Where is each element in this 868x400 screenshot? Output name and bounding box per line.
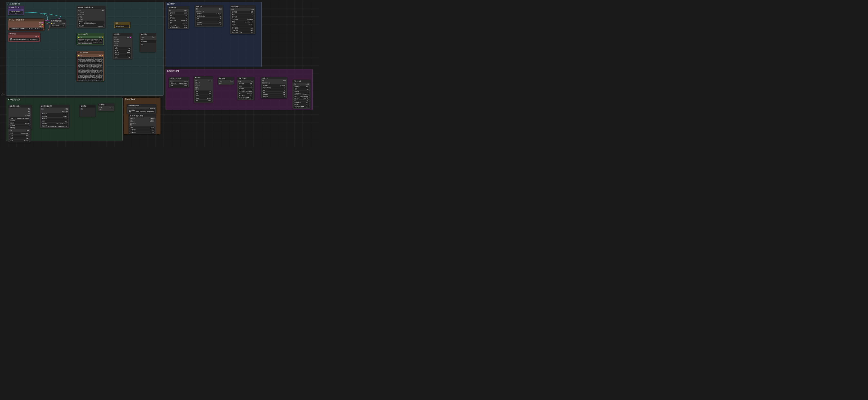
node-clip-negative[interactable]: CLIP文本编码器 CLIP条件 nsfw,(blurred),Painting… [76,51,104,81]
node-title: DW姿态预处理器 [40,105,69,108]
node-title: VAE解码 [218,77,234,80]
group-title: ControlNet [125,98,135,100]
node-animatediff-loader[interactable]: AnimateDiff加载器Gen1 模型模型 上下文设置 动态LoRA AD设… [77,6,105,28]
node-vae-loader[interactable]: VAE加载器 VAE vae名称vaeFtMse840000EmaPruned_… [8,32,40,42]
node-image-scale[interactable]: 图像缩放 图像图像 算法nearest-exact 宽度512 高度768 裁剪… [8,126,31,142]
beta-widget[interactable]: 通道显示autoselect [78,25,104,27]
node-dw-pose[interactable]: DW姿态预处理器 图像图像 姿态关键点 检测手部enable 检测身体enabl… [40,104,69,128]
control-widget[interactable]: ◀fixed▶ [9,13,23,14]
node-note[interactable]: 注释 114000450005000 [114,22,130,28]
node-ksampler-1[interactable]: K采样器 模型Latent 正面条件 负面条件 Latent 随机种 步数26 … [113,33,132,59]
node-latent-upscale[interactable]: Latent按系数缩放 LatentLatent 缩放方法nearest-exa… [168,77,189,88]
node-title: VAE解码 [140,33,156,36]
group-title: Pose姿态检测 [7,98,21,101]
node-ksampler-2[interactable]: K采样器 模型Latent 正面条件 负面条件 Latent 随机种 步数20 … [193,76,213,103]
node-title: Latent按系数缩放 [169,77,189,80]
node-title: 合并为视频 [168,6,189,9]
node-title: CLIP设置停止层 [50,20,66,23]
prompt-text[interactable]: (masterpiece, realistic,best quality),(r… [78,38,103,44]
node-vae-decode-1[interactable]: VAE解码 Latent图像 VAE [140,33,156,41]
node-title: VAE编码 [98,103,114,106]
node-title: K采样器 [194,76,213,79]
node-title: CLIP文本编码器 [76,33,104,36]
node-title: AnimateDiff加载器Gen1 [77,6,105,9]
node-title: Checkpoint加载器(简易) [8,19,44,22]
node-title: CLIP文本编码器 [76,51,104,54]
neg-prompt-text[interactable]: nsfw,(blurred),Paintings,sketches,red li… [78,57,103,81]
node-title: 加载视频（路径） [8,105,31,108]
node-title: 注释 [114,22,130,25]
node-title: ControlNet加载器 [127,104,156,107]
node-title: K采样器 [113,33,132,36]
node-video-combine-4[interactable]: 合并为视频 图像文件名 循环管理帧率 帧率25 循环次数0 文件名前缀Anima… [292,80,311,109]
node-title: 预览图像 [80,105,95,108]
node-rife-1[interactable]: RIFE VFI 图像图像 视频帧数(可选) ckpt名称rife47.pth … [194,5,223,27]
node-title: RIFE VFI [195,5,223,7]
node-video-combine-2[interactable]: 合并为视频 图像文件名 循环管理帧率 帧率20 循环次数0 文件名前缀Anima… [230,5,255,34]
group-title: 超分辨率视频 [167,70,179,72]
vae-widget[interactable]: vae名称vaeFtMse840000EmaPruned_vae.safeten… [9,38,39,41]
canvas-stats: T 7s GPU 3% FPS 60 [1,93,5,97]
node-graph-canvas[interactable]: 文生视频常规 合并视频 Pose姿态检测 ControlNet 超分辨率视频 P… [0,0,319,147]
node-title: ControlNet应用(高级) [129,114,156,118]
node-clip-skip[interactable]: CLIP设置停止层 CLIPCLIP 停止在CLIP层-2 [50,20,66,28]
node-title: Primitive元节点 [8,6,24,9]
stop-widget[interactable]: 停止在CLIP层-2 [51,25,65,27]
node-preview-2[interactable]: 预览图像 图像 [79,104,96,117]
group-title: 文生视频常规 [7,2,20,5]
ckpt-widget[interactable]: Checkpoint名称SD1.5/majicmixRealistic_v7.s… [9,28,43,30]
value-widget[interactable]: ◀828008143455554▶ [9,11,23,13]
node-video-combine-3[interactable]: 合并为视频 图像文件名 循环管理帧率 帧率10 循环次数0 文件名前缀Anima… [237,77,254,100]
node-title: 合并为视频 [237,77,254,80]
node-title: 预览图像 [140,40,156,43]
node-title: 合并为视频 [292,80,310,83]
node-checkpoint-loader[interactable]: Checkpoint加载器(简易) 模型 CLIP VAE Checkpoint… [8,19,44,31]
node-clip-positive[interactable]: CLIP文本编码器 CLIP条件 (masterpiece, realistic… [76,33,104,45]
node-title: 图像缩放 [8,126,30,129]
group-title: 合并视频 [167,2,175,5]
node-primitive[interactable]: Primitive元节点 INT ◀828008143455554▶ ◀fixe… [8,6,24,15]
node-controlnet-loader[interactable]: ControlNet加载器 ControlNet ControlNet名称con… [127,104,156,114]
note-text[interactable]: 114000450005000 [115,25,129,28]
node-vae-decode-2[interactable]: VAE解码 Latent图像 VAE [218,77,234,85]
node-video-combine-1[interactable]: 合并为视频 图像文件名 循环管理帧率 帧率10 循环次数0 文件名前缀Anima… [167,6,189,29]
node-rife-2[interactable]: RIFE VFI 图像图像 视频帧数(可选) ckpt名称rife47.pth … [260,77,287,98]
cn-widget[interactable]: ControlNet名称control_v11p_sd15_openpose.p… [128,109,155,113]
node-vae-encode[interactable]: VAE编码 图像Latent VAE [98,103,115,111]
model-widget[interactable]: 模型名称temporaldiff-v1-animatediff.safetens… [78,21,104,25]
node-preview-1[interactable]: 预览图像 图像 [140,40,156,52]
node-title: 合并为视频 [230,5,255,8]
node-title: RIFE VFI [261,77,287,79]
node-title: VAE加载器 [8,32,40,35]
node-controlnet-apply[interactable]: ControlNet应用(高级) 正面条件正面条件 负面条件负面条件 Contr… [128,114,156,134]
